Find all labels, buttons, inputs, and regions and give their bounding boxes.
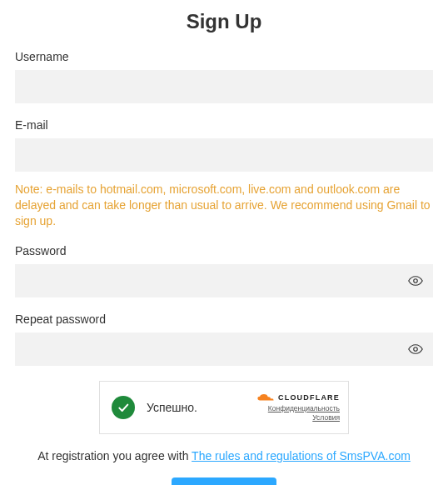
password-field-group: Password xyxy=(15,244,433,298)
eye-icon xyxy=(408,273,423,288)
captcha-terms-link[interactable]: Условия xyxy=(312,413,340,422)
repeat-password-label: Repeat password xyxy=(15,312,433,326)
username-field-group: Username xyxy=(15,50,433,103)
captcha-privacy-link[interactable]: Конфиденциальность xyxy=(268,404,340,413)
repeat-password-input[interactable] xyxy=(15,332,433,366)
svg-point-0 xyxy=(414,278,418,282)
username-input[interactable] xyxy=(15,70,433,103)
toggle-password-visibility[interactable] xyxy=(406,272,425,290)
rules-link[interactable]: The rules and regulations of SmsPVA.com xyxy=(192,449,411,462)
agreement-line: At registration you agree with The rules… xyxy=(15,449,433,462)
email-input[interactable] xyxy=(15,138,433,172)
password-input[interactable] xyxy=(15,264,433,298)
captcha-widget: Успешно. CLOUDFLARE Конфиденциальность У… xyxy=(99,381,349,434)
cloudflare-icon xyxy=(256,392,275,402)
username-label: Username xyxy=(15,50,433,63)
email-label: E-mail xyxy=(15,118,433,132)
captcha-brand-text: CLOUDFLARE xyxy=(278,393,340,402)
captcha-status-text: Успешно. xyxy=(147,401,256,414)
email-note: Note: e-mails to hotmail.com, microsoft.… xyxy=(15,182,433,229)
page-title: Sign Up xyxy=(15,10,433,33)
password-label: Password xyxy=(15,244,433,258)
sign-up-button[interactable]: Sign up now xyxy=(172,478,277,485)
email-field-group: E-mail xyxy=(15,118,433,172)
repeat-password-field-group: Repeat password xyxy=(15,312,433,366)
eye-icon xyxy=(408,342,423,357)
captcha-success-icon xyxy=(112,396,135,419)
agreement-prefix: At registration you agree with xyxy=(37,449,192,462)
toggle-repeat-password-visibility[interactable] xyxy=(406,340,425,358)
captcha-brand: CLOUDFLARE Конфиденциальность Условия xyxy=(256,392,340,422)
svg-point-1 xyxy=(414,347,418,351)
